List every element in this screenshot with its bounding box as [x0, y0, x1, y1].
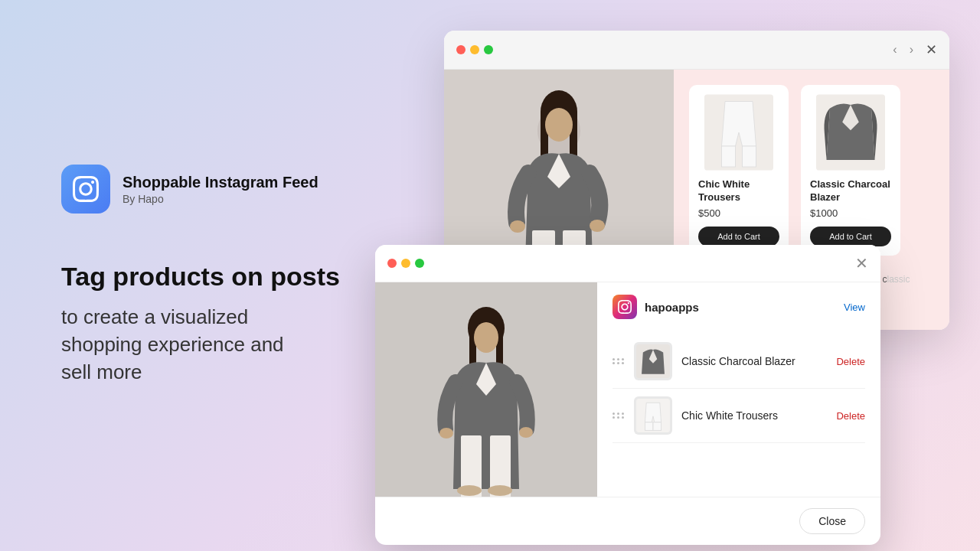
trousers-svg: [704, 94, 773, 171]
prev-button[interactable]: ‹: [890, 41, 900, 58]
tagline-sub: to create a visualizedshopping experienc…: [61, 303, 352, 386]
tagged-trousers-name: Chic White Trousers: [681, 409, 827, 422]
post-thumb-svg: [375, 282, 597, 497]
trousers-thumb-svg: [636, 399, 670, 432]
svg-rect-14: [743, 146, 756, 167]
drag-dot: [622, 358, 624, 360]
trousers-price: $500: [698, 207, 779, 219]
drag-dot: [612, 362, 615, 364]
window-2-footer: Close: [375, 497, 880, 545]
traffic-lights-1: [456, 45, 493, 54]
post-thumb: [375, 282, 597, 497]
trousers-thumb-small: [634, 396, 672, 435]
delete-blazer-button[interactable]: Delete: [836, 356, 865, 367]
traffic-light-green-2[interactable]: [415, 259, 424, 268]
modal-close-x-button[interactable]: ✕: [855, 254, 868, 272]
drag-dot: [612, 358, 615, 360]
drag-dot: [622, 412, 624, 415]
drag-dot: [617, 358, 619, 360]
drag-dot: [617, 412, 619, 415]
drag-dot: [622, 416, 624, 419]
view-link[interactable]: View: [844, 302, 865, 313]
account-row: hapoapps View: [612, 295, 865, 319]
svg-point-5: [545, 108, 573, 142]
svg-point-20: [474, 322, 498, 353]
blazer-name: Classic Charcoal Blazer: [810, 178, 891, 204]
tagged-item-trousers: Chic White Trousers Delete: [612, 389, 865, 443]
svg-point-24: [519, 427, 533, 438]
ig-small-svg: [618, 300, 632, 314]
window-2-titlebar: ✕: [375, 245, 880, 282]
tagged-item-blazer: Classic Charcoal Blazer Delete: [612, 334, 865, 389]
delete-trousers-button[interactable]: Delete: [836, 410, 865, 422]
svg-point-10: [510, 220, 525, 233]
product-card-trousers: Chic White Trousers $500 Add to Cart: [689, 85, 789, 256]
svg-point-23: [439, 428, 453, 439]
svg-rect-30: [653, 422, 662, 431]
blazer-thumb-small: [634, 342, 672, 380]
svg-point-11: [590, 220, 605, 232]
blazer-thumb-svg: [636, 344, 670, 378]
account-name: hapoapps: [645, 301, 836, 314]
window-1-titlebar: ‹ › ✕: [444, 31, 949, 70]
drag-handle-trousers[interactable]: [612, 412, 625, 419]
ig-icon-small: [612, 295, 637, 319]
next-button[interactable]: ›: [906, 41, 916, 58]
svg-rect-29: [645, 422, 653, 431]
blazer-price: $1000: [810, 207, 891, 219]
blazer-svg: [816, 94, 885, 171]
product-card-blazer: Classic Charcoal Blazer $1000 Add to Car…: [801, 85, 900, 256]
trousers-add-cart-button[interactable]: Add to Cart: [698, 227, 779, 246]
window-nav: ‹ › ✕: [890, 41, 937, 58]
drag-dot: [612, 416, 615, 419]
app-name: Shoppable Instagram Feed: [122, 173, 318, 191]
drag-handle-blazer[interactable]: [612, 358, 625, 364]
drag-dot: [617, 416, 619, 419]
blazer-add-cart-button[interactable]: Add to Cart: [810, 227, 891, 246]
instagram-icon: [73, 176, 99, 202]
tagged-blazer-name: Classic Charcoal Blazer: [681, 355, 827, 367]
blazer-image: [810, 94, 891, 171]
app-info: Shoppable Instagram Feed By Hapo: [122, 173, 318, 205]
traffic-lights-2: [387, 259, 424, 268]
window-2-content: hapoapps View: [375, 282, 880, 497]
traffic-light-green[interactable]: [484, 45, 493, 54]
tagged-products-panel: hapoapps View: [597, 282, 880, 497]
svg-point-26: [488, 485, 512, 496]
app-by: By Hapo: [122, 193, 318, 205]
traffic-light-red[interactable]: [456, 45, 466, 54]
traffic-light-red-2[interactable]: [387, 259, 397, 268]
svg-rect-13: [722, 146, 736, 167]
app-header: Shoppable Instagram Feed By Hapo: [61, 165, 352, 214]
left-panel: Shoppable Instagram Feed By Hapo Tag pro…: [0, 0, 398, 551]
close-window-button[interactable]: ✕: [926, 41, 937, 58]
tagline-main: Tag products on posts: [61, 259, 352, 293]
svg-point-25: [457, 485, 482, 496]
products-row: Chic White Trousers $500 Add to Cart: [689, 85, 934, 256]
drag-dot: [612, 412, 615, 415]
trousers-image: [698, 94, 779, 171]
traffic-light-yellow-2[interactable]: [401, 259, 410, 268]
drag-dot: [617, 362, 619, 364]
app-icon: [61, 165, 110, 214]
trousers-name: Chic White Trousers: [698, 178, 779, 204]
close-modal-button[interactable]: Close: [799, 508, 865, 534]
drag-dot: [622, 362, 624, 364]
tag-products-modal: ✕: [375, 245, 880, 545]
traffic-light-yellow[interactable]: [470, 45, 479, 54]
tagline-block: Tag products on posts to create a visual…: [61, 259, 352, 386]
